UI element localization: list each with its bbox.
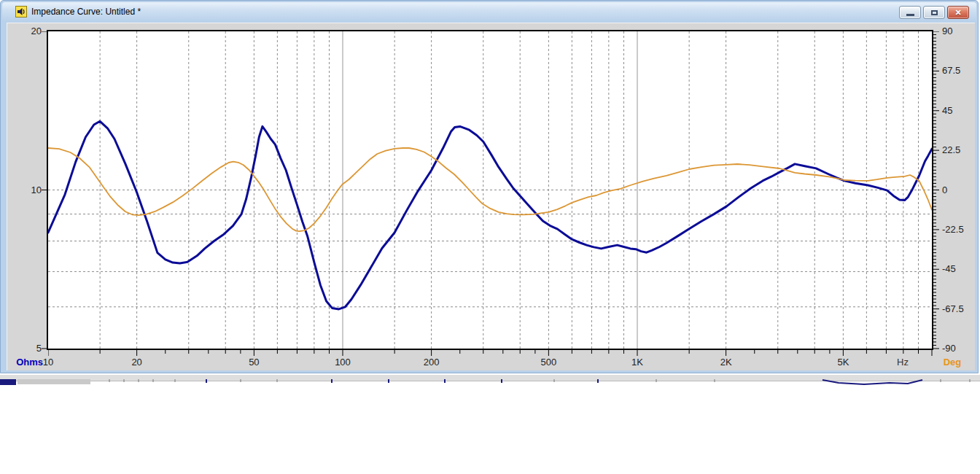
- background-window-fragment: [0, 379, 980, 385]
- y-right-axis-ticks: [933, 31, 941, 349]
- y-right-tick-label: 90: [942, 26, 952, 36]
- x-tick-label: 1K: [619, 357, 656, 368]
- background-window-strip[interactable]: [0, 375, 980, 381]
- minimize-button[interactable]: [899, 6, 921, 19]
- x-axis-ticks: [48, 350, 933, 357]
- close-button[interactable]: ✕: [947, 6, 969, 19]
- desktop: Impedance Curve: Untitled * ✕ LspLAB 201…: [0, 0, 980, 474]
- y-right-tick-label: 67.5: [942, 65, 960, 76]
- y-right-tick-label: -45: [942, 263, 956, 274]
- y-left-tick-label: 10: [14, 184, 42, 195]
- minimize-icon: [906, 14, 914, 16]
- y-right-tick-label: 0: [942, 184, 947, 195]
- impedance-phase-chart: [48, 31, 932, 349]
- impedance-curve-window: Impedance Curve: Untitled * ✕ LspLAB 201…: [0, 0, 979, 373]
- y-right-tick-label: -90: [942, 343, 956, 354]
- titlebar[interactable]: Impedance Curve: Untitled * ✕: [2, 2, 976, 21]
- x-tick-label: 50: [236, 357, 272, 368]
- close-icon: ✕: [954, 9, 961, 17]
- restore-icon: [931, 10, 938, 15]
- y-right-tick-label: -22.5: [942, 224, 964, 235]
- x-tick-label: 200: [413, 357, 450, 368]
- x-tick-label: 2K: [708, 357, 744, 368]
- y-right-tick-label: 45: [942, 105, 952, 116]
- x-tick-label: 100: [324, 357, 361, 368]
- speaker-icon: [15, 6, 27, 18]
- y-left-tick-label: 5: [14, 343, 42, 354]
- window-controls: ✕: [899, 6, 969, 19]
- x-tick-label: 5K: [825, 357, 861, 368]
- ohms-unit-label: Ohms: [12, 357, 43, 368]
- y-left-tick-label: 20: [14, 26, 42, 36]
- y-right-tick-label: 22.5: [942, 144, 960, 155]
- x-tick-label: 500: [530, 357, 567, 368]
- impedance-curve: [48, 121, 932, 309]
- restore-button[interactable]: [923, 6, 945, 19]
- x-tick-label: 20: [119, 357, 155, 368]
- hz-unit-label: Hz: [892, 357, 914, 368]
- deg-unit-label: Deg: [940, 357, 965, 368]
- window-title: Impedance Curve: Untitled *: [31, 7, 141, 17]
- y-right-tick-label: -67.5: [942, 303, 964, 314]
